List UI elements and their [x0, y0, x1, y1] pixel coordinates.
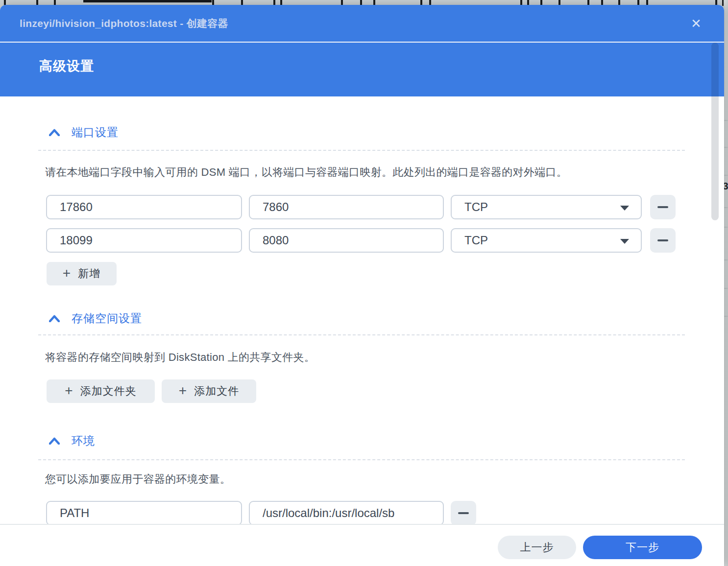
environment-section-title: 环境 — [72, 433, 95, 448]
background-row-line — [724, 175, 728, 176]
close-icon[interactable]: ✕ — [687, 14, 705, 33]
caret-down-icon — [620, 206, 629, 211]
add-file-button-label: 添加文件 — [194, 384, 239, 399]
minus-icon — [458, 512, 469, 514]
chevron-up-icon — [49, 315, 60, 322]
storage-section-divider — [38, 334, 685, 335]
ports-section-divider — [38, 150, 685, 151]
env-value-input[interactable] — [249, 501, 444, 525]
dialog-footer: 上一步 下一步 — [0, 524, 724, 566]
environment-section-divider — [38, 459, 685, 460]
environment-section-header[interactable]: 环境 — [49, 433, 95, 448]
back-button[interactable]: 上一步 — [498, 536, 576, 559]
local-port-input-2[interactable] — [46, 228, 242, 253]
plus-icon: + — [65, 384, 73, 398]
plus-icon: + — [179, 384, 187, 398]
protocol-select-1[interactable]: TCP — [451, 195, 642, 219]
create-container-dialog: linzeyi/hivision_idphotos:latest - 创建容器 … — [0, 5, 724, 566]
minus-icon — [657, 206, 668, 208]
protocol-select-2[interactable]: TCP — [451, 228, 642, 253]
protocol-select-2-value: TCP — [464, 234, 488, 247]
dialog-header: 高级设置 — [0, 43, 724, 96]
container-port-input-2[interactable] — [249, 228, 444, 253]
chevron-up-icon — [49, 437, 60, 445]
add-folder-button-label: 添加文件夹 — [80, 384, 137, 399]
plus-icon: + — [63, 266, 71, 280]
dialog-titlebar: linzeyi/hivision_idphotos:latest - 创建容器 … — [0, 5, 724, 42]
add-file-button[interactable]: + 添加文件 — [162, 379, 256, 403]
add-folder-button[interactable]: + 添加文件夹 — [47, 379, 155, 403]
ports-section-header[interactable]: 端口设置 — [49, 125, 119, 140]
background-row-line — [724, 259, 728, 260]
chevron-up-icon — [49, 129, 60, 136]
storage-section-header[interactable]: 存储空间设置 — [49, 311, 142, 326]
ports-section-title: 端口设置 — [72, 125, 119, 140]
minus-icon — [657, 239, 668, 241]
dialog-scrollbar-thumb[interactable] — [711, 43, 719, 220]
page-title: 高级设置 — [39, 57, 94, 75]
dialog-title: linzeyi/hivision_idphotos:latest - 创建容器 — [20, 5, 228, 42]
next-button[interactable]: 下一步 — [583, 536, 702, 559]
caret-down-icon — [620, 239, 629, 244]
storage-description: 将容器的存储空间映射到 DiskStation 上的共享文件夹。 — [45, 350, 315, 365]
protocol-select-1-value: TCP — [464, 200, 488, 214]
local-port-input-1[interactable] — [46, 195, 242, 219]
add-port-button[interactable]: + 新增 — [47, 262, 117, 285]
ports-description: 请在本地端口字段中输入可用的 DSM 端口，以将端口与容器端口映射。此处列出的端… — [45, 165, 567, 180]
background-row-line — [724, 120, 728, 121]
environment-description: 您可以添加要应用于容器的环境变量。 — [45, 472, 231, 487]
env-name-input[interactable] — [46, 501, 242, 525]
remove-env-button[interactable] — [451, 501, 476, 525]
background-row-line — [724, 288, 728, 289]
background-row-line — [724, 147, 728, 148]
remove-port-button-2[interactable] — [650, 228, 676, 253]
background-page-right-strip: 3 — [724, 0, 728, 566]
add-port-button-label: 新增 — [78, 266, 100, 281]
remove-port-button-1[interactable] — [650, 195, 676, 219]
container-port-input-1[interactable] — [249, 195, 444, 219]
background-dark-bar — [83, 0, 212, 2]
dialog-content: 端口设置 请在本地端口字段中输入可用的 DSM 端口，以将端口与容器端口映射。此… — [0, 96, 724, 524]
background-row-line — [724, 316, 728, 317]
background-row-line — [724, 207, 728, 208]
storage-section-title: 存储空间设置 — [72, 311, 142, 326]
background-row-line — [724, 227, 728, 228]
